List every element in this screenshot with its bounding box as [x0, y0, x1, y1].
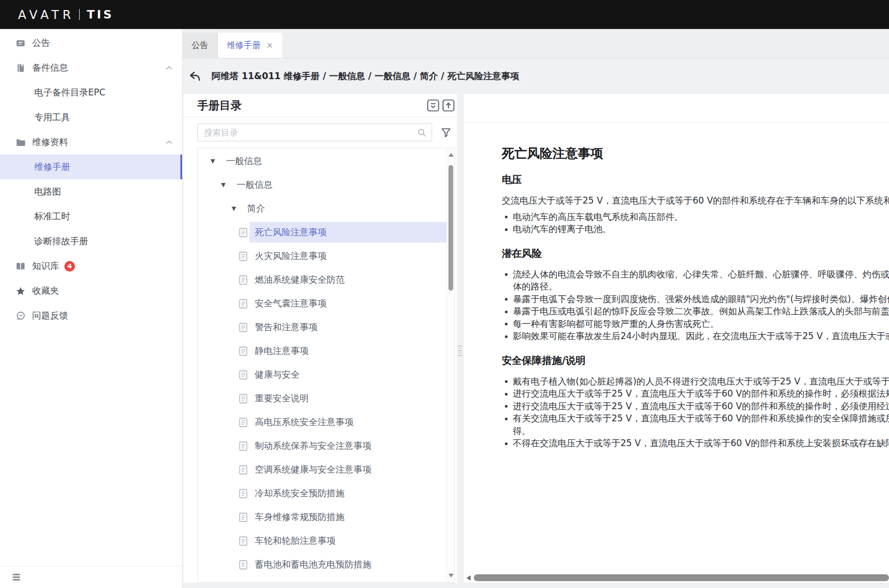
bullet-item: 暴露于电压或电弧引起的惊吓反应会导致二次事故。例如从高架工作站上跌落或人的头部与…	[502, 305, 889, 318]
tree-doc-fuel-system[interactable]: 燃油系统健康安全防范	[198, 268, 446, 292]
app-window: AVATR TIS 公告 备件信息	[0, 0, 889, 588]
sidebar-item-repair-materials[interactable]: 维修资料	[0, 130, 182, 155]
tree-doc-important-safety[interactable]: 重要安全说明	[198, 387, 446, 410]
parts-book-icon	[16, 63, 25, 73]
tree-node-intro[interactable]: ▼ 简介	[198, 197, 446, 220]
sidebar-nav: 公告 备件信息 电子备件目录EPC 专用工具	[0, 29, 182, 328]
scroll-down-icon[interactable]	[448, 574, 454, 577]
bullet-item: 流经人体的电流会导致不自主的肌肉收缩、心律失常、心脏纤颤、心脏骤停、呼吸骤停、灼…	[502, 268, 889, 281]
tree-doc-static[interactable]: 静电注意事项	[198, 339, 446, 363]
directory-search-row	[184, 117, 457, 148]
content-horizontal-scrollbar	[463, 574, 889, 582]
caret-down-icon[interactable]: ▼	[232, 205, 236, 212]
sidebar-item-feedback[interactable]: 问题反馈	[0, 303, 182, 328]
tree-doc-battery-charging[interactable]: 蓄电池和蓄电池充电预防措施	[198, 553, 446, 576]
sidebar-item-standard-hours[interactable]: 标准工时	[0, 204, 182, 229]
bullet-item: 不得在交流电压大于或等于25 V，直流电压大于或等于60 V的部件和系统上安装损…	[502, 437, 889, 450]
bullet-continuation: 得。	[502, 425, 889, 438]
tree-doc-ac-system[interactable]: 空调系统健康与安全注意事项	[198, 458, 446, 481]
document-icon	[239, 441, 247, 451]
brand-divider	[79, 9, 80, 20]
export-top-icon[interactable]	[442, 99, 455, 112]
tree-doc-cooling-system[interactable]: 冷却系统安全预防措施	[198, 481, 446, 505]
sidebar-item-special-tools[interactable]: 专用工具	[0, 105, 182, 130]
brand-logo: AVATR TIS	[18, 8, 114, 22]
back-arrow-icon[interactable]	[189, 71, 200, 81]
tree-scrollbar-thumb[interactable]	[448, 165, 453, 291]
sidebar-item-label: 备件信息	[32, 62, 68, 74]
bullet-dot	[505, 442, 508, 445]
tree-doc-death-risk[interactable]: 死亡风险注意事项	[198, 220, 446, 244]
search-input[interactable]	[203, 127, 417, 138]
sidebar-item-knowledge-base[interactable]: 知识库 4	[0, 254, 182, 278]
sidebar-item-label: 电路图	[34, 186, 61, 198]
sidebar-item-favorites[interactable]: 收藏夹	[0, 278, 182, 303]
filter-icon[interactable]	[438, 124, 454, 140]
bullet-dot	[505, 216, 508, 218]
document-icon	[239, 370, 247, 380]
tree-scrollbar	[446, 148, 454, 582]
directory-header: 手册目录	[184, 94, 457, 117]
search-icon	[417, 128, 426, 137]
caret-down-icon[interactable]: ▼	[221, 181, 225, 188]
tree-doc-body-repair[interactable]: 车身维修常规预防措施	[198, 505, 446, 529]
directory-tools	[427, 99, 455, 112]
document-icon	[239, 489, 247, 498]
tree-doc-warnings[interactable]: 警告和注意事项	[198, 315, 446, 339]
sidebar-item-circuit-diagram[interactable]: 电路图	[0, 179, 182, 204]
manual-directory-panel: 手册目录	[184, 94, 457, 583]
bullet-dot	[505, 311, 508, 313]
sidebar-item-diagnostic-manual[interactable]: 诊断排故手册	[0, 229, 182, 254]
collapse-sidebar-icon[interactable]	[13, 574, 20, 581]
breadcrumb: 阿维塔 11&011 维修手册 / 一般信息 / 一般信息 / 简介 / 死亡风…	[212, 70, 519, 82]
sidebar-item-repair-manual[interactable]: 维修手册	[0, 155, 182, 179]
document-icon	[239, 394, 247, 403]
sidebar-item-announcements[interactable]: 公告	[0, 31, 182, 55]
tree-doc-fire-risk[interactable]: 火灾风险注意事项	[198, 244, 446, 268]
bullet-dot	[505, 405, 508, 408]
bullet-item: 暴露于电弧下会导致一度到四度烧伤、强紫外线造成的眼睛"闪光灼伤"(与焊接时类似)…	[502, 293, 889, 306]
bullet-dot	[505, 298, 508, 301]
document-icon	[239, 560, 247, 570]
brand-avatr: AVATR	[18, 8, 75, 22]
document-icon	[239, 275, 247, 285]
bullet-dot	[505, 380, 508, 383]
section-heading-safeguards: 安全保障措施/说明	[502, 354, 889, 368]
tree-doc-brake-system[interactable]: 制动系统保养与安全注意事项	[198, 434, 446, 458]
tree-doc-health-safety[interactable]: 健康与安全	[198, 363, 446, 387]
document-icon	[239, 418, 247, 427]
bullet-item: 每一种有害影响都可能导致严重的人身伤害或死亡。	[502, 318, 889, 331]
bullet-item: 电动汽车的高压车载电气系统和高压部件。	[502, 211, 889, 224]
tree-doc-high-voltage[interactable]: 高电压系统安全注意事项	[198, 410, 446, 434]
tree-rows: ▼ 一般信息 ▼ 一般信息 ▼ 简介 死亡风险注意事项 火灾风险注意事	[198, 148, 446, 582]
tree-node-general-info[interactable]: ▼ 一般信息	[198, 149, 446, 173]
close-tab-icon[interactable]: ×	[266, 41, 273, 50]
horizontal-scrollbar-thumb[interactable]	[474, 574, 889, 581]
tree-doc-wheels-tires[interactable]: 车轮和轮胎注意事项	[198, 529, 446, 553]
bullet-dot	[505, 273, 508, 276]
chevron-up-icon	[166, 140, 173, 144]
bullet-item: 进行交流电压大于或等于25 V，直流电压大于或等于60 V的部件和系统的操作时，…	[502, 388, 889, 400]
document-content-panel: 死亡风险注意事项 电压 交流电压大于或等于25 V，直流电压大于或等于60 V的…	[463, 94, 889, 583]
sidebar-item-parts-info[interactable]: 备件信息	[0, 55, 182, 80]
knowledge-base-badge: 4	[64, 261, 75, 272]
caret-down-icon[interactable]: ▼	[211, 158, 215, 165]
tab-label: 公告	[192, 40, 208, 51]
document-icon	[239, 228, 247, 237]
content-body: 死亡风险注意事项 电压 交流电压大于或等于25 V，直流电压大于或等于60 V的…	[464, 123, 889, 450]
bullet-dot	[505, 228, 508, 231]
tree-node-general-info-2[interactable]: ▼ 一般信息	[198, 173, 446, 197]
scroll-left-icon[interactable]	[466, 575, 471, 581]
tree-doc-airbag[interactable]: 安全气囊注意事项	[198, 292, 446, 315]
sidebar-footer	[0, 566, 182, 588]
sidebar-item-label: 问题反馈	[32, 310, 68, 322]
collapse-all-icon[interactable]	[427, 99, 439, 112]
scroll-up-icon[interactable]	[448, 153, 454, 157]
tab-repair-manual[interactable]: 维修手册 ×	[218, 33, 282, 58]
tab-announcements[interactable]: 公告	[183, 33, 218, 58]
sidebar-item-epc[interactable]: 电子备件目录EPC	[0, 80, 182, 105]
bullet-item: 进行交流电压大于或等于25 V，直流电压大于或等于60 V的部件和系统的操作时，…	[502, 400, 889, 413]
panel-resize-handle[interactable]	[458, 345, 462, 356]
sidebar-item-label: 知识库	[32, 260, 59, 272]
paragraph: 交流电压大于或等于25 V，直流电压大于或等于60 V的部件和系统存在于车辆和车…	[502, 195, 889, 207]
